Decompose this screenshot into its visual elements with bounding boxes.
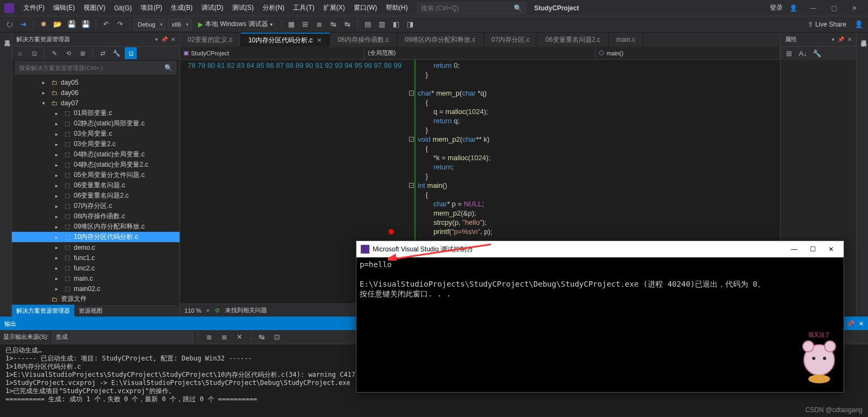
solution-search[interactable]: 🔍 (15, 61, 176, 74)
tab-solution-explorer[interactable]: 解决方案资源管理器 (12, 305, 74, 317)
save-button[interactable]: 💾 (66, 18, 78, 30)
zoom-level[interactable]: 110 % (184, 307, 201, 314)
tb-icon-4[interactable]: ↹ (328, 18, 340, 30)
close-panel-icon[interactable]: ✕ (171, 36, 175, 42)
tree-file[interactable]: ▸⬚main.c (12, 273, 180, 283)
new-project-button[interactable]: ✱ (37, 18, 49, 30)
code-line[interactable]: −char* mem_p(char *q) (407, 89, 780, 98)
code-line[interactable]: char* p = NULL; (407, 199, 780, 208)
redo-button[interactable]: ↷ (114, 18, 126, 30)
tree-folder[interactable]: ▸🗀day06 (12, 87, 180, 98)
save-all-button[interactable]: 💾 (80, 18, 92, 30)
code-line[interactable]: strcpy(p, "hello"); (407, 218, 780, 227)
out-btn-1[interactable]: ≣ (203, 331, 215, 343)
tree-file[interactable]: ▸⬚func2.c (12, 263, 180, 273)
menu-item[interactable]: 扩展(X) (320, 1, 349, 15)
editor-tab[interactable]: 06变量重名问题2.c (538, 33, 608, 47)
tree-file[interactable]: ▸⬚09堆区内存分配和释放.c (12, 222, 180, 232)
refresh-icon[interactable]: ⟲ (62, 47, 74, 59)
tree-file[interactable]: ▸⬚01局部变量.c (12, 108, 180, 118)
pin-icon[interactable]: 📌 (161, 36, 168, 42)
tree-file[interactable]: ▸⬚func1.c (12, 252, 180, 263)
out-btn-4[interactable]: ↹ (256, 331, 268, 343)
nav-scope[interactable]: (全局范围) (365, 47, 596, 59)
code-line[interactable]: mem_p2(&p); (407, 208, 780, 218)
props-cat-icon[interactable]: ⊞ (783, 47, 795, 59)
editor-tab[interactable]: main.c (609, 33, 643, 47)
close-button[interactable]: ✕ (845, 2, 864, 15)
fold-icon[interactable]: − (409, 137, 414, 142)
menu-item[interactable]: 调试(D) (197, 1, 227, 15)
code-line[interactable]: { (407, 190, 780, 199)
tree-folder[interactable]: ▸🗀day05 (12, 77, 180, 87)
debug-console-window[interactable]: Microsoft Visual Studio 调试控制台 — ☐ ✕ p=he… (356, 241, 844, 393)
close-panel-icon[interactable]: ✕ (859, 320, 864, 327)
out-btn-2[interactable]: ≣ (219, 331, 231, 343)
tree-file[interactable]: ▸⬚04静态(static)全局变量.c (12, 149, 180, 160)
editor-tab[interactable]: 02变量的定义.c (180, 33, 241, 47)
tree-file[interactable]: ▸⬚06变量重名问题.c (12, 180, 180, 191)
console-maximize[interactable]: ☐ (805, 245, 821, 253)
pin-icon[interactable]: 📌 (847, 320, 854, 327)
code-line[interactable]: return q; (407, 116, 780, 125)
account-icon[interactable]: 👤 (853, 18, 865, 30)
dropdown-icon[interactable]: ▾ (155, 36, 158, 42)
menu-item[interactable]: Git(G) (110, 2, 136, 14)
tb-icon-7[interactable]: ▥ (376, 18, 388, 30)
tb-icon-2[interactable]: ⊞ (299, 18, 311, 30)
out-btn-5[interactable]: ⊡ (271, 331, 283, 343)
global-search-input[interactable] (421, 4, 514, 12)
code-line[interactable] (407, 79, 780, 89)
sln-btn-1[interactable]: ⊡ (28, 47, 40, 59)
tree-folder[interactable]: ▾🗀day07 (12, 98, 180, 108)
code-line[interactable]: } (407, 70, 780, 79)
tree-file[interactable]: ▸⬚03全局变量.c (12, 129, 180, 139)
back-button[interactable]: ⭮ (3, 18, 15, 30)
config-combo[interactable]: Debug (134, 18, 165, 30)
sln-btn-2[interactable]: ✎ (48, 47, 60, 59)
console-close[interactable]: ✕ (823, 245, 839, 253)
breakpoint-icon[interactable] (388, 229, 394, 235)
code-line[interactable]: { (407, 98, 780, 107)
props-az-icon[interactable]: A↓ (797, 47, 809, 59)
tree-file[interactable]: ▸⬚06变量重名问题2.c (12, 191, 180, 201)
platform-combo[interactable]: x86 (168, 18, 192, 30)
menu-item[interactable]: 窗口(W) (350, 1, 381, 15)
tree-file[interactable]: ▸⬚04静态(static)全局变量2.c (12, 160, 180, 170)
code-line[interactable]: return; (407, 162, 780, 172)
menu-item[interactable]: 项目(P) (137, 1, 166, 15)
tree-file[interactable]: ▸⬚03全局变量2.c (12, 139, 180, 149)
tree-file[interactable]: ▸⬚08内存操作函数.c (12, 211, 180, 222)
editor-tab[interactable]: 10内存分区代码分析.c✕ (241, 33, 330, 47)
menu-item[interactable]: 编辑(E) (49, 1, 79, 15)
menu-item[interactable]: 测试(S) (228, 1, 258, 15)
tree-file[interactable]: ▸⬚main02.c (12, 283, 180, 294)
tree-file[interactable]: ▸⬚05全局变量分文件问题.c (12, 170, 180, 180)
start-debug-button[interactable]: ▶ 本地 Windows 调试器 ▾ (194, 18, 277, 30)
undo-button[interactable]: ↶ (100, 18, 112, 30)
fold-icon[interactable]: − (409, 91, 414, 96)
menu-item[interactable]: 工具(T) (289, 1, 318, 15)
out-btn-3[interactable]: ✕ (234, 331, 246, 343)
code-line[interactable]: printf("p=%s\n", p); (407, 227, 780, 236)
close-panel-icon[interactable]: ✕ (847, 36, 852, 42)
sln-btn-5[interactable]: ⊡ (125, 47, 137, 59)
menu-item[interactable]: 生成(B) (167, 1, 196, 15)
home-icon[interactable]: ⌂ (14, 47, 26, 59)
tree-file[interactable]: ▸⬚demo.c (12, 242, 180, 252)
tb-icon-6[interactable]: ▤ (362, 18, 374, 30)
right-rail-diagnostics[interactable]: 诊断工具 (856, 33, 868, 317)
fold-icon[interactable]: − (409, 183, 414, 188)
dropdown-icon[interactable]: ▾ (832, 36, 834, 42)
close-tab-icon[interactable]: ✕ (317, 37, 322, 44)
code-line[interactable]: } (407, 172, 780, 181)
props-wrench-icon[interactable]: 🔧 (811, 47, 823, 59)
console-output[interactable]: p=hello E:\VisualStudioProjects\StudyCPr… (356, 257, 844, 301)
sln-btn-4[interactable]: ⇄ (97, 47, 108, 59)
menu-item[interactable]: 分析(N) (259, 1, 289, 15)
code-line[interactable]: −int main() (407, 181, 780, 190)
wrench-icon[interactable]: 🔧 (111, 47, 123, 59)
code-line[interactable]: −void mem_p2(char** k) (407, 135, 780, 144)
minimize-button[interactable]: — (804, 2, 822, 15)
editor-tab[interactable]: 08内存操作函数.c (330, 33, 397, 47)
